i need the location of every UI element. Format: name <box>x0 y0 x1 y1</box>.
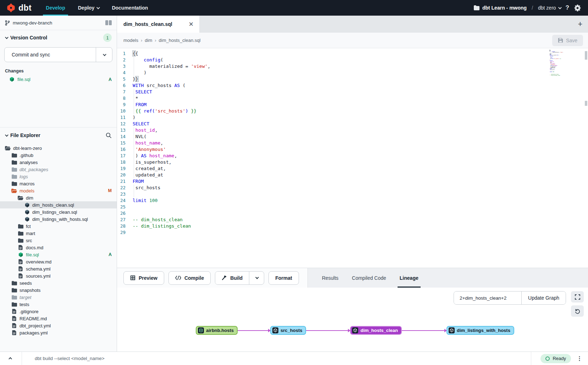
file-icon <box>18 259 23 265</box>
tree-item-packages-yml[interactable]: packages.yml <box>0 329 117 336</box>
commit-and-sync-button[interactable]: Commit and sync <box>4 47 112 62</box>
file-icon <box>11 323 17 328</box>
tree-item-tests[interactable]: tests <box>0 301 117 308</box>
docs-book-icon[interactable] <box>105 20 112 25</box>
editor-scrollbar[interactable] <box>584 48 588 268</box>
nav-documentation[interactable]: Documentation <box>107 0 153 16</box>
code-line: 2 config( <box>117 57 588 63</box>
tree-item-mart[interactable]: mart <box>0 230 117 237</box>
code-line: 29 <box>117 229 588 236</box>
lineage-node-src-hosts[interactable]: src_hosts <box>270 326 306 335</box>
tree-item-target[interactable]: target <box>0 294 117 301</box>
tree-item-docs-md[interactable]: docs.md <box>0 244 117 251</box>
format-button[interactable]: Format <box>268 271 299 285</box>
lineage-view-controls <box>571 291 584 317</box>
lineage-node-dim-hosts-clean[interactable]: dim_hosts_clean <box>350 326 402 335</box>
file-icon <box>11 309 17 314</box>
tree-item-dbt-project-yml[interactable]: dbt_project.yml <box>0 322 117 329</box>
scrollbar-thumb[interactable] <box>585 101 587 106</box>
tree-item-models[interactable]: modelsM <box>0 187 117 194</box>
folder-open-icon <box>11 188 17 194</box>
reset-view-icon[interactable] <box>571 305 584 317</box>
compile-button[interactable]: Compile <box>168 271 211 285</box>
chevron-down-icon <box>558 6 562 9</box>
tab-lineage[interactable]: Lineage <box>395 268 423 288</box>
update-graph-button[interactable]: Update Graph <box>521 292 566 304</box>
breadcrumb-dim[interactable]: dim <box>145 38 152 43</box>
fullscreen-icon[interactable] <box>571 291 584 303</box>
tree-item-sources-yml[interactable]: sources.yml <box>0 272 117 279</box>
tree-item-snapshots[interactable]: snapshots <box>0 287 117 294</box>
nav-develop[interactable]: Develop <box>41 0 70 16</box>
lineage-panel[interactable]: Update Graph airbnb.hostssrc_hostsdim_ho… <box>117 288 588 352</box>
chevron-down-icon <box>5 36 9 39</box>
ide-status-badge[interactable]: Ready <box>540 354 571 363</box>
tab-results[interactable]: Results <box>317 268 344 288</box>
preview-button[interactable]: Preview <box>123 271 164 285</box>
command-bar-expand-button[interactable] <box>0 352 22 365</box>
code-editor[interactable]: 1{{2 config(3 materialized = 'view',4 )5… <box>117 48 588 268</box>
file-icon <box>18 266 23 272</box>
gear-icon[interactable] <box>574 5 581 11</box>
chevron-down-icon <box>96 6 100 9</box>
line-number: 9 <box>117 102 133 108</box>
tree-item-schema-yml[interactable]: schema.yml <box>0 265 117 272</box>
tree-item-src[interactable]: src <box>0 237 117 244</box>
tree-item-file-sql[interactable]: file.sqlA <box>0 251 117 258</box>
save-button[interactable]: Save <box>552 35 583 46</box>
lineage-node-dim-listings-with-hosts[interactable]: dim_listings_with_hosts <box>446 326 514 335</box>
branch-row[interactable]: mwong-dev-branch <box>0 16 117 30</box>
search-icon[interactable] <box>106 132 112 138</box>
tree-item-dim-listings-with-hosts-sql[interactable]: dim_listings_with_hosts.sql <box>0 216 117 223</box>
build-split-button: Build <box>215 271 264 285</box>
folder-icon <box>11 181 17 186</box>
code-line: 10 {{ ref('src_hosts') }} <box>117 108 588 114</box>
help-icon[interactable]: ? <box>566 4 569 11</box>
command-input[interactable]: dbt build --select <model_name> <box>22 356 531 361</box>
tree-item-analyses[interactable]: analyses <box>0 159 117 166</box>
tree-item-readme-md[interactable]: README.md <box>0 315 117 322</box>
breadcrumb-models[interactable]: models <box>123 38 138 43</box>
tree-item-dbt-learn-zero[interactable]: dbt-learn-zero <box>0 145 117 152</box>
new-tab-button[interactable]: + <box>572 16 588 33</box>
version-control-header[interactable]: Version Control 1 <box>0 30 117 45</box>
tab-compiled-code[interactable]: Compiled Code <box>347 268 391 288</box>
build-button[interactable]: Build <box>215 272 249 284</box>
tree-item--github[interactable]: .github <box>0 152 117 159</box>
tree-item-seeds[interactable]: seeds <box>0 279 117 287</box>
folder-icon <box>11 152 17 158</box>
tree-item-logs[interactable]: logs <box>0 173 117 180</box>
line-number: 13 <box>117 127 133 134</box>
commit-options-chevron[interactable] <box>96 48 112 62</box>
tree-item-dim[interactable]: dim <box>0 194 117 201</box>
lineage-edge <box>402 330 446 331</box>
file-explorer-header[interactable]: File Explorer <box>0 127 117 143</box>
environment-selector[interactable]: dbt zero <box>538 5 561 11</box>
nav-deploy[interactable]: Deploy <box>73 0 104 16</box>
account-selector[interactable]: dbt Learn - mwong <box>474 5 527 11</box>
branch-name: mwong-dev-branch <box>13 20 52 26</box>
breadcrumb-file[interactable]: dim_hosts_clean.sql <box>159 38 201 43</box>
tree-item-macros[interactable]: macros <box>0 180 117 187</box>
scrollbar-thumb[interactable] <box>585 51 587 60</box>
lineage-selector-input[interactable] <box>454 292 521 304</box>
tab-dim-hosts-clean[interactable]: dim_hosts_clean.sql ✕ <box>117 16 199 33</box>
dbt-brand[interactable]: dbt <box>0 0 41 16</box>
tree-item--gitignore[interactable]: .gitignore <box>0 308 117 315</box>
tree-item-overview-md[interactable]: overview.md <box>0 258 117 265</box>
changed-file-row[interactable]: file.sql A <box>0 76 117 83</box>
close-icon[interactable]: ✕ <box>189 21 194 28</box>
tree-item-dim-listings-clean-sql[interactable]: dim_listings_clean.sql <box>0 208 117 216</box>
build-options-chevron[interactable] <box>249 272 264 284</box>
kebab-menu-icon[interactable]: ⋮ <box>577 358 582 359</box>
line-number: 15 <box>117 140 133 146</box>
file-icon <box>11 330 17 336</box>
line-number: 7 <box>117 89 133 95</box>
lineage-node-airbnb-hosts[interactable]: airbnb.hosts <box>196 326 238 335</box>
tree-item-fct[interactable]: fct <box>0 223 117 230</box>
code-line: 5}} <box>117 76 588 82</box>
tree-item-dim-hosts-clean-sql[interactable]: dim_hosts_clean.sql <box>0 201 117 208</box>
code-line: 12SELECT <box>117 121 588 127</box>
tree-item-dbt-packages[interactable]: dbt_packages <box>0 166 117 173</box>
tree-item-label: .gitignore <box>20 309 38 314</box>
